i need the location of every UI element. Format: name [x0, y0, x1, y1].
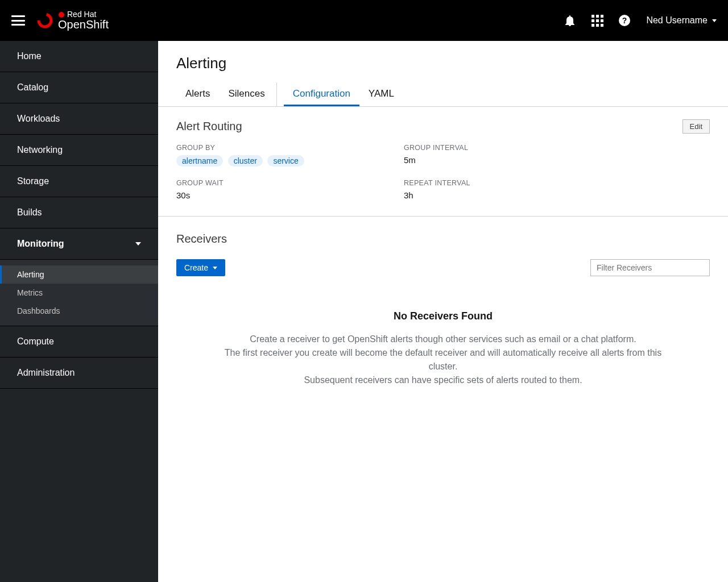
svg-point-1 — [59, 12, 64, 18]
sidebar-item-label: Networking — [17, 145, 63, 155]
tab-alerts[interactable]: Alerts — [176, 82, 219, 106]
sidebar-sub-monitoring: Alerting Metrics Dashboards — [0, 260, 158, 326]
empty-line: The first receiver you create will becom… — [210, 346, 676, 373]
sidebar-item-label: Compute — [17, 336, 54, 347]
hat-icon — [58, 11, 65, 18]
page-title: Alerting — [176, 55, 710, 72]
svg-point-0 — [36, 12, 53, 29]
alert-routing-title: Alert Routing — [176, 120, 242, 133]
empty-title: No Receivers Found — [210, 310, 676, 322]
sidebar-item-label: Builds — [17, 207, 42, 218]
tab-silences[interactable]: Silences — [219, 82, 276, 106]
topbar-right: ? Ned Username — [564, 15, 717, 26]
sidebar-item-monitoring[interactable]: Monitoring — [0, 228, 158, 260]
sidebar-item-builds[interactable]: Builds — [0, 197, 158, 228]
empty-line: Create a receiver to get OpenShift alert… — [210, 332, 676, 346]
sidebar-item-label: Administration — [17, 368, 75, 378]
group-by-field: GROUP BY alertname cluster service — [176, 144, 404, 167]
chevron-down-icon — [135, 242, 141, 246]
group-wait-label: GROUP WAIT — [176, 179, 404, 187]
create-button-label: Create — [184, 263, 208, 272]
topbar: Red Hat OpenShift ? Ned Username — [0, 0, 728, 41]
repeat-interval-field: REPEAT INTERVAL 3h — [404, 179, 710, 200]
sidebar-item-label: Home — [17, 51, 42, 61]
group-wait-value: 30s — [176, 190, 404, 200]
alert-routing-section: Alert Routing Edit GROUP BY alertname cl… — [158, 107, 728, 213]
group-by-label: GROUP BY — [176, 144, 404, 152]
sidebar-item-catalog[interactable]: Catalog — [0, 72, 158, 103]
tab-yaml[interactable]: YAML — [359, 82, 403, 106]
repeat-interval-value: 3h — [404, 190, 710, 200]
group-by-pill[interactable]: alertname — [176, 155, 223, 167]
sidebar-item-home[interactable]: Home — [0, 41, 158, 72]
sidebar-item-storage[interactable]: Storage — [0, 166, 158, 197]
redhat-icon — [36, 12, 53, 29]
brand-top-text: Red Hat — [67, 10, 96, 19]
sidebar-sub-item-dashboards[interactable]: Dashboards — [0, 302, 158, 320]
group-interval-field: GROUP INTERVAL 5m — [404, 144, 710, 167]
chevron-down-icon — [213, 267, 217, 269]
main-content: Alerting Alerts Silences Configuration Y… — [158, 41, 728, 582]
menu-toggle-icon[interactable] — [11, 15, 25, 26]
group-wait-field: GROUP WAIT 30s — [176, 179, 404, 200]
edit-button[interactable]: Edit — [682, 119, 710, 134]
sidebar: Home Catalog Workloads Networking Storag… — [0, 41, 158, 582]
group-interval-label: GROUP INTERVAL — [404, 144, 710, 152]
tab-configuration[interactable]: Configuration — [284, 82, 359, 106]
group-by-pill[interactable]: service — [267, 155, 304, 167]
sidebar-item-label: Storage — [17, 176, 49, 186]
bell-icon[interactable] — [564, 15, 576, 26]
receivers-section: Receivers Create No Receivers Found Crea… — [158, 220, 728, 400]
sidebar-item-administration[interactable]: Administration — [0, 357, 158, 389]
help-icon[interactable]: ? — [619, 15, 630, 26]
tabs: Alerts Silences Configuration YAML — [158, 82, 728, 107]
topbar-left: Red Hat OpenShift — [11, 10, 109, 31]
empty-state: No Receivers Found Create a receiver to … — [176, 310, 710, 387]
repeat-interval-label: REPEAT INTERVAL — [404, 179, 710, 187]
apps-grid-icon[interactable] — [592, 15, 603, 26]
sidebar-sub-item-metrics[interactable]: Metrics — [0, 284, 158, 302]
chevron-down-icon — [712, 19, 717, 22]
sidebar-item-networking[interactable]: Networking — [0, 135, 158, 166]
sidebar-sub-item-alerting[interactable]: Alerting — [0, 265, 158, 284]
group-by-pill[interactable]: cluster — [228, 155, 263, 167]
sidebar-item-label: Workloads — [17, 114, 60, 124]
receivers-title: Receivers — [176, 232, 710, 246]
brand-bottom-text: OpenShift — [58, 19, 109, 31]
empty-line: Subsequent receivers can have specific s… — [210, 373, 676, 387]
username-label: Ned Username — [646, 15, 708, 26]
create-button[interactable]: Create — [176, 259, 225, 276]
svg-text:?: ? — [622, 16, 627, 25]
brand-logo[interactable]: Red Hat OpenShift — [36, 10, 109, 31]
filter-receivers-input[interactable] — [590, 259, 710, 276]
divider — [158, 216, 728, 217]
sidebar-item-label: Catalog — [17, 82, 48, 93]
sidebar-item-workloads[interactable]: Workloads — [0, 103, 158, 135]
group-interval-value: 5m — [404, 155, 710, 165]
sidebar-item-label: Monitoring — [17, 239, 64, 249]
user-menu[interactable]: Ned Username — [646, 15, 717, 26]
sidebar-item-compute[interactable]: Compute — [0, 326, 158, 357]
